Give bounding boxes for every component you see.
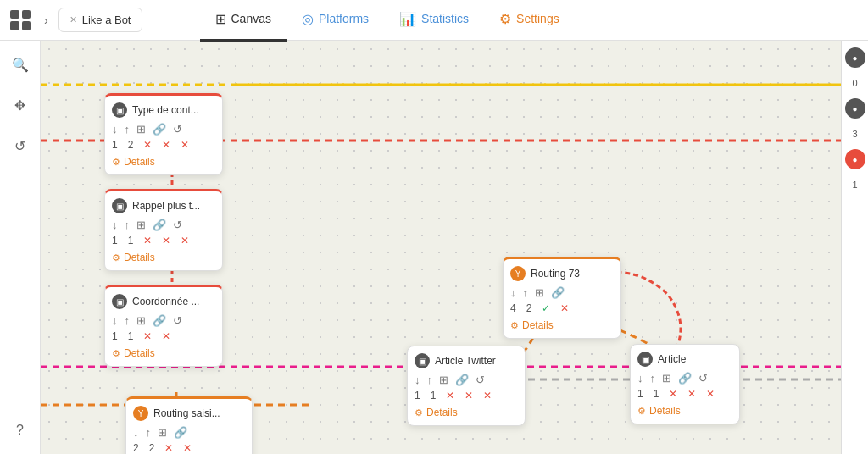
node-details-btn[interactable]: ⚙ Details: [112, 347, 215, 359]
action-grid[interactable]: ⊞: [136, 219, 146, 231]
action-up[interactable]: ↑: [125, 123, 131, 136]
tab-canvas-label: Canvas: [231, 12, 271, 25]
action-grid[interactable]: ⊞: [662, 372, 671, 385]
count-x1[interactable]: ✕: [446, 390, 454, 401]
tab-settings[interactable]: ⚙ Settings: [484, 0, 575, 42]
count-x2[interactable]: ✕: [183, 442, 192, 454]
action-down[interactable]: ↓: [415, 374, 420, 386]
node-details-btn[interactable]: ⚙ Details: [510, 319, 614, 331]
action-link[interactable]: 🔗: [174, 426, 187, 439]
node-rappel[interactable]: ▣ Rappel plus t... ↓ ↑ ⊞ 🔗 ↺ 1 1 ✕ ✕ ✕ ⚙…: [104, 189, 223, 271]
check-mark[interactable]: ✓: [542, 302, 550, 314]
sidebar-collapse[interactable]: ✥: [7, 91, 34, 119]
node-details-btn[interactable]: ⚙ Details: [112, 156, 215, 168]
action-link[interactable]: 🔗: [153, 123, 166, 136]
node-rappel-icon: ▣: [112, 198, 127, 213]
count-1: 1: [637, 388, 643, 400]
node-details-btn[interactable]: ⚙ Details: [637, 405, 732, 417]
action-refresh[interactable]: ↺: [173, 123, 182, 136]
canvas-icon: ⊞: [215, 11, 226, 27]
count-x2[interactable]: ✕: [687, 388, 696, 400]
right-panel-num-1: 0: [852, 78, 857, 88]
count-x1[interactable]: ✕: [143, 139, 152, 151]
node-routing73[interactable]: Y Routing 73 ↓ ↑ ⊞ 🔗 4 2 ✓ ✕ ⚙ Details: [503, 257, 621, 339]
action-refresh[interactable]: ↺: [173, 219, 182, 231]
action-refresh[interactable]: ↺: [698, 372, 708, 385]
app-grid-icon[interactable]: [10, 10, 31, 30]
action-link[interactable]: 🔗: [678, 372, 692, 385]
action-grid[interactable]: ⊞: [136, 314, 146, 327]
count-x3[interactable]: ✕: [181, 235, 189, 246]
action-down[interactable]: ↓: [133, 426, 139, 439]
action-down[interactable]: ↓: [112, 219, 118, 231]
node-details-btn[interactable]: ⚙ Details: [415, 407, 518, 418]
count-x1[interactable]: ✕: [143, 235, 152, 246]
action-up[interactable]: ↑: [650, 372, 656, 385]
node-article-twitter[interactable]: ▣ Article Twitter ↓ ↑ ⊞ 🔗 ↺ 1 1 ✕ ✕ ✕ ⚙ …: [407, 346, 526, 426]
action-refresh[interactable]: ↺: [476, 374, 485, 386]
node-title: Type de cont...: [132, 104, 199, 116]
action-grid[interactable]: ⊞: [439, 374, 448, 386]
action-grid[interactable]: ⊞: [136, 123, 146, 136]
count-x1[interactable]: ✕: [560, 302, 569, 314]
node-title: Rappel plus t...: [132, 200, 200, 212]
right-panel-icon-1[interactable]: ●: [845, 47, 865, 68]
nav-chevron[interactable]: ›: [41, 10, 52, 30]
tab-statistics[interactable]: 📊 Statistics: [384, 0, 484, 42]
action-grid[interactable]: ⊞: [158, 426, 167, 439]
action-down[interactable]: ↓: [510, 286, 516, 299]
count-x2[interactable]: ✕: [162, 330, 170, 342]
node-type-icon: ▣: [112, 102, 127, 118]
action-link[interactable]: 🔗: [551, 286, 565, 299]
sidebar-history[interactable]: ↺: [7, 132, 34, 159]
count-x1[interactable]: ✕: [143, 330, 152, 342]
node-title: Coordonnée ...: [132, 296, 199, 307]
count-1: 1: [112, 330, 118, 342]
node-coordonnee[interactable]: ▣ Coordonnée ... ↓ ↑ ⊞ 🔗 ↺ 1 1 ✕ ✕ ⚙ Det…: [104, 285, 223, 367]
statistics-icon: 📊: [399, 11, 416, 27]
node-header: ▣ Rappel plus t...: [112, 198, 215, 213]
count-x3[interactable]: ✕: [483, 390, 492, 401]
sidebar-search[interactable]: 🔍: [7, 51, 34, 78]
bot-tab-x: ✕: [70, 14, 77, 25]
count-x3[interactable]: ✕: [181, 139, 189, 151]
count-x1[interactable]: ✕: [669, 388, 677, 400]
canvas[interactable]: ▣ Type de cont... ↓ ↑ ⊞ 🔗 ↺ 1 2 ✕ ✕ ✕ ⚙ …: [41, 41, 868, 454]
count-2: 1: [128, 330, 134, 342]
sidebar-help[interactable]: ?: [7, 417, 34, 444]
action-down[interactable]: ↓: [637, 372, 643, 385]
details-label: Details: [649, 405, 681, 417]
count-1: 1: [415, 390, 420, 401]
count-x2[interactable]: ✕: [162, 139, 170, 151]
action-up[interactable]: ↑: [125, 219, 131, 231]
tab-platforms[interactable]: ◎ Platforms: [287, 0, 384, 42]
action-refresh[interactable]: ↺: [173, 314, 182, 327]
node-routing-saisie[interactable]: Y Routing saisi... ↓ ↑ ⊞ 🔗 2 2 ✕ ✕ aucun…: [125, 396, 253, 454]
node-routing-icon: Y: [133, 406, 148, 421]
action-up[interactable]: ↑: [427, 374, 433, 386]
right-panel-icon-3[interactable]: ●: [845, 149, 865, 169]
count-x2[interactable]: ✕: [162, 235, 170, 246]
action-grid[interactable]: ⊞: [535, 286, 544, 299]
action-up[interactable]: ↑: [146, 426, 152, 439]
action-down[interactable]: ↓: [112, 123, 118, 136]
node-actions: ↓ ↑ ⊞ 🔗: [133, 426, 245, 439]
node-article[interactable]: ▣ Article ↓ ↑ ⊞ 🔗 ↺ 1 1 ✕ ✕ ✕ ⚙ Details: [630, 344, 740, 424]
gear-icon: ⚙: [112, 157, 120, 168]
action-link[interactable]: 🔗: [153, 314, 166, 327]
count-x2[interactable]: ✕: [465, 390, 473, 401]
node-type-de-cont[interactable]: ▣ Type de cont... ↓ ↑ ⊞ 🔗 ↺ 1 2 ✕ ✕ ✕ ⚙ …: [104, 93, 223, 175]
action-up[interactable]: ↑: [125, 314, 131, 327]
node-title: Routing saisi...: [153, 407, 220, 419]
tab-canvas[interactable]: ⊞ Canvas: [200, 0, 287, 42]
action-link[interactable]: 🔗: [455, 374, 469, 386]
node-r73-icon: Y: [510, 266, 526, 281]
action-down[interactable]: ↓: [112, 314, 118, 327]
bot-tab[interactable]: ✕ Like a Bot: [58, 8, 142, 32]
count-x1[interactable]: ✕: [164, 442, 173, 454]
action-up[interactable]: ↑: [523, 286, 529, 299]
node-details-btn[interactable]: ⚙ Details: [112, 252, 215, 263]
count-x3[interactable]: ✕: [706, 388, 715, 400]
right-panel-icon-2[interactable]: ●: [845, 98, 865, 119]
action-link[interactable]: 🔗: [153, 219, 166, 231]
